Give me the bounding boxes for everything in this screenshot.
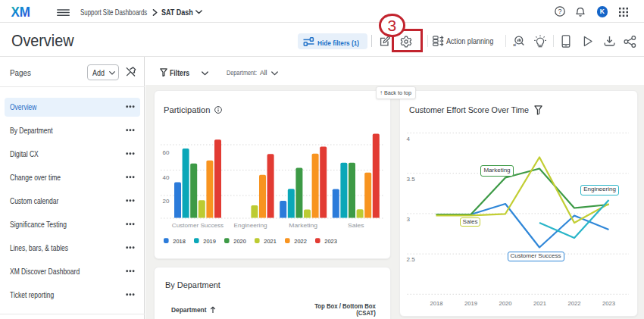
- svg-text:2018: 2018: [173, 237, 186, 244]
- svg-text:2023: 2023: [602, 300, 616, 307]
- svg-text:20: 20: [163, 198, 170, 205]
- svg-text:2021: 2021: [264, 237, 277, 244]
- svg-text:2021: 2021: [533, 300, 547, 307]
- svg-text:3: 3: [406, 216, 410, 223]
- svg-text:2023: 2023: [324, 237, 337, 244]
- svg-text:3.5: 3.5: [406, 176, 415, 183]
- svg-text:2019: 2019: [464, 300, 478, 307]
- svg-text:2018: 2018: [430, 300, 443, 307]
- svg-text:?: ?: [558, 8, 561, 15]
- svg-text:40: 40: [163, 174, 170, 180]
- svg-text:XM: XM: [11, 5, 31, 20]
- svg-text:Marketing: Marketing: [289, 222, 317, 229]
- svg-text:2022: 2022: [567, 300, 581, 307]
- svg-text:2020: 2020: [499, 300, 512, 307]
- svg-text:ai: ai: [513, 43, 516, 47]
- svg-text:4: 4: [406, 136, 410, 142]
- svg-text:Engineering: Engineering: [234, 222, 267, 229]
- svg-text:Customer Success: Customer Success: [172, 222, 224, 229]
- svg-text:2.5: 2.5: [406, 256, 415, 263]
- svg-text:2020: 2020: [233, 237, 246, 244]
- svg-text:2022: 2022: [294, 237, 307, 244]
- svg-text:60: 60: [163, 149, 170, 155]
- svg-text:2019: 2019: [203, 237, 216, 244]
- svg-text:Sales: Sales: [348, 222, 364, 229]
